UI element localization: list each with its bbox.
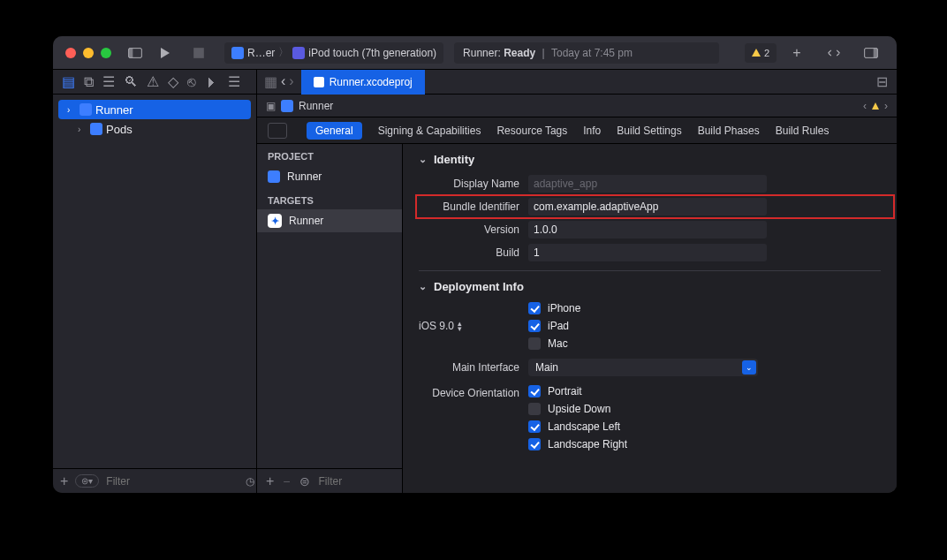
add-target-button[interactable]: + <box>266 473 274 489</box>
toggle-navigator-button[interactable] <box>124 43 147 63</box>
project-icon <box>80 103 92 116</box>
svg-rect-2 <box>193 48 204 58</box>
display-name-label: Display Name <box>419 178 528 190</box>
scheme-separator-icon: 〉 <box>278 45 289 60</box>
project-heading: PROJECT <box>257 144 402 165</box>
find-navigator-icon[interactable]: 🔍︎ <box>124 74 138 90</box>
scheme-selector[interactable]: R…er 〉 iPod touch (7th generation) <box>224 42 443 64</box>
code-review-button[interactable] <box>822 43 845 63</box>
navigator-selector: ▤ ⧉ ☰ 🔍︎ ⚠︎ ◇ ⎋ ⏵ ☰ <box>53 70 256 95</box>
window-controls <box>53 48 124 58</box>
file-tab-runner[interactable]: Runner.xcodeproj <box>301 70 425 95</box>
build-label: Build <box>419 246 528 259</box>
symbol-navigator-icon[interactable]: ☰ <box>102 73 115 90</box>
navigator-footer: + ⊜▾ ◷ ⊞ <box>53 468 256 493</box>
recent-filter-icon[interactable]: ◷ <box>246 475 254 488</box>
orientation-landscape-left-checkbox[interactable]: Landscape Left <box>528 420 627 433</box>
tab-build-rules[interactable]: Build Rules <box>776 125 830 137</box>
chevron-down-icon: ⌄ <box>419 154 427 165</box>
ios-target-label: iOS 9.0 <box>419 320 454 332</box>
breakpoint-navigator-icon[interactable]: ⏵ <box>205 74 219 90</box>
tab-general[interactable]: General <box>307 122 362 140</box>
deployment-section-label: Deployment Info <box>434 280 524 293</box>
nav-back-button[interactable]: ‹ <box>281 73 285 90</box>
editor-area: ▦ ‹ › Runner.xcodeproj ⊟ ▣ Runner <box>257 70 897 493</box>
disclosure-icon[interactable]: › <box>67 105 76 115</box>
jump-bar: ▣ Runner ‹ › <box>257 95 897 117</box>
warning-count: 2 <box>764 48 769 58</box>
source-control-navigator-icon[interactable]: ⧉ <box>84 74 94 90</box>
toggle-inspector-button[interactable] <box>860 43 883 63</box>
project-item-runner[interactable]: Runner <box>257 165 402 188</box>
status-state: Ready <box>504 47 535 59</box>
tab-resource-tags[interactable]: Resource Tags <box>496 125 567 137</box>
navigator-filter-input[interactable] <box>106 475 239 488</box>
settings-tabbar: General Signing & Capabilities Resource … <box>257 117 897 144</box>
tab-build-phases[interactable]: Build Phases <box>698 125 760 137</box>
target-item-runner[interactable]: ✦ Runner <box>257 209 402 232</box>
panel-toggle-icon[interactable]: ▣ <box>266 100 276 112</box>
crumb-label[interactable]: Runner <box>299 100 333 112</box>
chevron-right-icon[interactable]: › <box>884 100 888 112</box>
warning-icon <box>752 49 761 57</box>
warnings-badge[interactable]: 2 <box>745 43 777 63</box>
filter-scope-button[interactable]: ⊜▾ <box>75 474 99 488</box>
deployment-section-header[interactable]: ⌄ Deployment Info <box>419 280 881 293</box>
scheme-device-label: iPod touch (7th generation) <box>308 47 436 59</box>
project-item-label: Runner <box>287 170 322 183</box>
chevron-left-icon[interactable]: ‹ <box>863 100 867 112</box>
xcode-window: R…er 〉 iPod touch (7th generation) Runne… <box>53 36 897 493</box>
main-interface-select[interactable]: Main ⌄ <box>528 359 758 376</box>
device-mac-checkbox[interactable]: Mac <box>528 337 580 350</box>
tab-signing[interactable]: Signing & Capabilities <box>378 125 481 137</box>
minimize-window-button[interactable] <box>83 48 94 58</box>
nav-forward-button[interactable]: › <box>289 73 293 90</box>
general-settings-form: ⌄ Identity Display Name Bundle Identifie… <box>403 144 897 493</box>
report-navigator-icon[interactable]: ☰ <box>228 73 240 90</box>
run-button[interactable] <box>154 43 177 63</box>
close-window-button[interactable] <box>65 48 76 58</box>
identity-section-header[interactable]: ⌄ Identity <box>419 153 881 166</box>
activity-status: Runner: Ready | Today at 7:45 pm <box>454 42 719 64</box>
editor-options-icon[interactable]: ⊟ <box>876 74 888 89</box>
test-navigator-icon[interactable]: ◇ <box>168 73 178 90</box>
tree-item-pods[interactable]: › Pods <box>58 119 251 139</box>
svg-rect-4 <box>874 48 878 57</box>
remove-target-button[interactable]: − <box>283 474 290 488</box>
dropdown-icon: ⌄ <box>742 360 756 375</box>
debug-navigator-icon[interactable]: ⎋ <box>187 74 196 90</box>
tree-item-runner[interactable]: › Runner <box>58 100 251 119</box>
version-field[interactable] <box>528 221 767 238</box>
zoom-window-button[interactable] <box>101 48 111 58</box>
orientation-label: Device Orientation <box>419 385 528 399</box>
tab-build-settings[interactable]: Build Settings <box>617 125 681 137</box>
device-ipad-checkbox[interactable]: iPad <box>528 320 580 332</box>
scheme-app-label: R…er <box>247 47 275 59</box>
stop-button[interactable] <box>187 43 210 63</box>
disclosure-icon[interactable]: › <box>78 125 87 134</box>
stepper-icon: ▴▾ <box>458 321 462 331</box>
display-name-field[interactable] <box>528 175 767 193</box>
ios-target-selector[interactable]: iOS 9.0 ▴▾ <box>419 320 528 332</box>
identity-section-label: Identity <box>434 153 474 166</box>
bundle-id-field[interactable] <box>528 198 767 216</box>
project-icon <box>268 170 280 183</box>
project-tree: › Runner › Pods <box>53 95 256 468</box>
version-label: Version <box>419 223 528 236</box>
issue-navigator-icon[interactable]: ⚠︎ <box>147 73 159 90</box>
add-files-button[interactable]: + <box>60 473 68 489</box>
file-tab-label: Runner.xcodeproj <box>330 76 413 88</box>
orientation-landscape-right-checkbox[interactable]: Landscape Right <box>528 438 627 450</box>
scheme-device-icon <box>292 47 305 59</box>
build-field[interactable] <box>528 244 767 261</box>
orientation-portrait-checkbox[interactable]: Portrait <box>528 385 627 397</box>
targets-column: PROJECT Runner TARGETS ✦ Runner + − ⊜ <box>257 144 403 493</box>
project-navigator-icon[interactable]: ▤ <box>62 73 75 90</box>
warning-icon[interactable] <box>872 102 879 110</box>
related-items-icon[interactable]: ▦ <box>264 73 277 90</box>
target-item-label: Runner <box>289 215 323 227</box>
library-add-button[interactable]: + <box>785 43 808 63</box>
device-iphone-checkbox[interactable]: iPhone <box>528 302 580 314</box>
tab-info[interactable]: Info <box>583 125 601 137</box>
orientation-upside-checkbox[interactable]: Upside Down <box>528 403 627 415</box>
